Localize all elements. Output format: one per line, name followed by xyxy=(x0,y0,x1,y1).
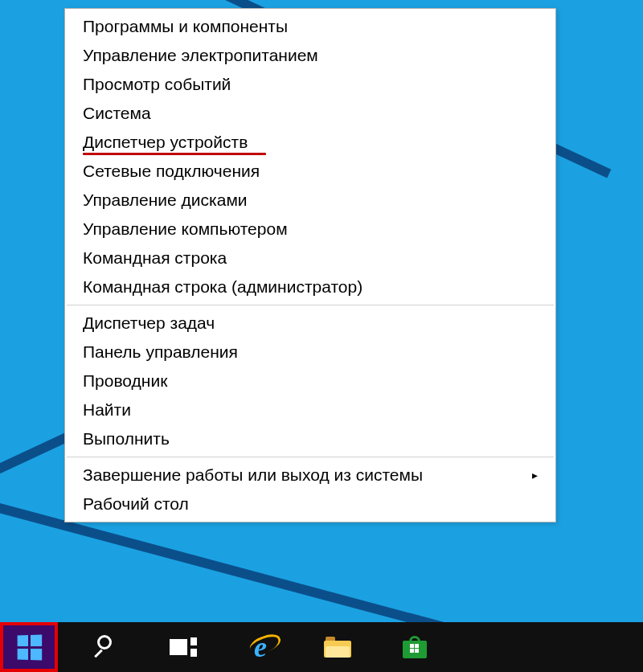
task-view-icon xyxy=(170,637,197,657)
menu-device-manager[interactable]: Диспетчер устройств xyxy=(65,128,555,157)
menu-shutdown-signout[interactable]: Завершение работы или выход из системы▸ xyxy=(65,461,555,490)
start-context-menu: Программы и компонентыУправление электро… xyxy=(64,8,556,522)
menu-item-label: Программы и компоненты xyxy=(83,17,288,36)
highlight-underline xyxy=(83,153,266,155)
menu-item-label: Управление дисками xyxy=(83,191,248,210)
menu-task-manager[interactable]: Диспетчер задач xyxy=(65,309,555,338)
menu-item-label: Завершение работы или выход из системы xyxy=(83,465,423,485)
menu-item-label: Управление компьютером xyxy=(83,219,288,239)
windows-logo-icon xyxy=(17,634,42,660)
store-icon xyxy=(403,636,427,658)
search-icon xyxy=(94,635,118,659)
menu-item-label: Рабочий стол xyxy=(83,494,189,514)
start-button[interactable] xyxy=(0,622,58,672)
menu-item-label: Проводник xyxy=(83,371,167,391)
task-view-button[interactable] xyxy=(154,622,212,672)
menu-separator xyxy=(67,457,554,457)
menu-search[interactable]: Найти xyxy=(65,395,555,424)
menu-network-connections[interactable]: Сетевые подключения xyxy=(65,157,555,186)
menu-system[interactable]: Система xyxy=(65,99,555,128)
menu-item-label: Панель управления xyxy=(83,342,238,362)
menu-computer-management[interactable]: Управление компьютером xyxy=(65,215,555,244)
store-button[interactable] xyxy=(386,622,444,672)
chevron-right-icon: ▸ xyxy=(532,469,538,481)
menu-item-label: Командная строка (администратор) xyxy=(83,277,362,297)
menu-item-label: Диспетчер задач xyxy=(83,313,215,333)
menu-disk-management[interactable]: Управление дисками xyxy=(65,186,555,215)
menu-command-prompt-admin[interactable]: Командная строка (администратор) xyxy=(65,272,555,301)
menu-event-viewer[interactable]: Просмотр событий xyxy=(65,70,555,99)
taskbar: e xyxy=(0,622,643,672)
menu-item-label: Найти xyxy=(83,400,131,420)
menu-command-prompt[interactable]: Командная строка xyxy=(65,244,555,272)
menu-item-label: Командная строка xyxy=(83,248,227,268)
menu-item-label: Система xyxy=(83,104,151,123)
menu-item-label: Диспетчер устройств xyxy=(83,133,248,152)
search-button[interactable] xyxy=(77,622,135,672)
folder-icon xyxy=(324,637,351,658)
menu-desktop[interactable]: Рабочий стол xyxy=(65,490,555,518)
menu-run[interactable]: Выполнить xyxy=(65,424,555,453)
menu-power-options[interactable]: Управление электропитанием xyxy=(65,41,555,70)
menu-item-label: Управление электропитанием xyxy=(83,46,318,65)
menu-programs-features[interactable]: Программы и компоненты xyxy=(65,12,555,41)
menu-item-label: Выполнить xyxy=(83,429,170,449)
menu-item-label: Сетевые подключения xyxy=(83,162,260,181)
internet-explorer-button[interactable]: e xyxy=(231,622,289,672)
internet-explorer-icon: e xyxy=(254,633,267,662)
file-explorer-button[interactable] xyxy=(309,622,367,672)
menu-file-explorer[interactable]: Проводник xyxy=(65,367,555,395)
menu-separator xyxy=(67,305,554,305)
menu-item-label: Просмотр событий xyxy=(83,75,231,94)
menu-control-panel[interactable]: Панель управления xyxy=(65,338,555,367)
